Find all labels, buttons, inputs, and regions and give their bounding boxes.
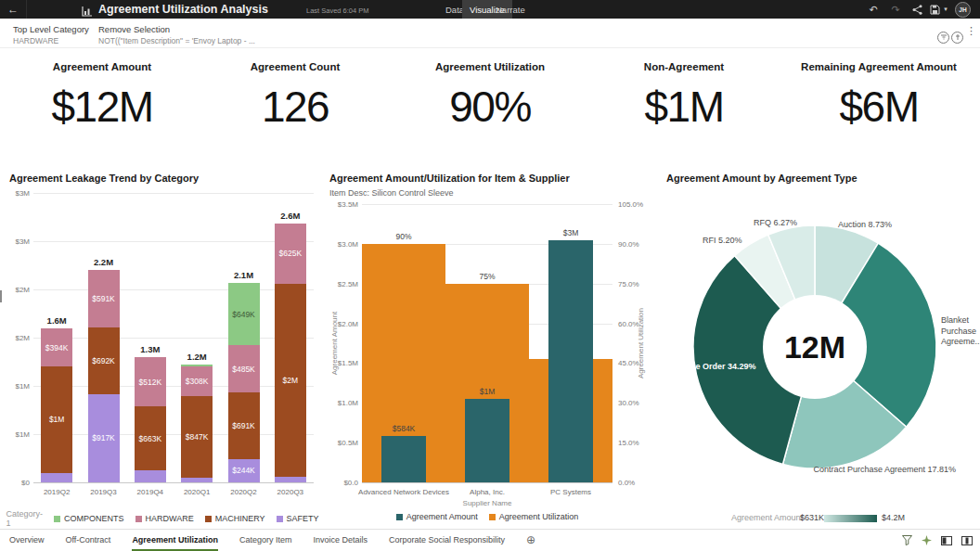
- legend-swatch: [54, 516, 60, 522]
- kpi-label: Agreement Count: [251, 61, 340, 72]
- bar-total-label: 2.6M: [280, 211, 300, 221]
- bar-total-label: 1.6M: [47, 315, 67, 326]
- layout-left-panel-icon[interactable]: [941, 532, 952, 549]
- y-axis-tick: $1M: [6, 430, 30, 439]
- pie-label-line: Purchase: [941, 327, 980, 338]
- chart2-xaxis-title: Supplier Name: [463, 499, 512, 507]
- segment-value-label: $917K: [92, 433, 115, 442]
- filter-canvas-icon[interactable]: [902, 532, 912, 549]
- save-caret-icon[interactable]: ▾: [941, 0, 950, 19]
- amount-bar[interactable]: [465, 399, 509, 482]
- filter-more-options-icon[interactable]: ⋮: [966, 25, 976, 37]
- x-axis-tick: 2020Q2: [230, 488, 256, 496]
- gridline: [33, 434, 314, 435]
- segment-value-label: $2M: [283, 376, 299, 385]
- canvas-tab-off-contract[interactable]: Off-Contract: [66, 530, 111, 551]
- pie-label-line: Blanket: [941, 315, 980, 327]
- filter-value: NOT(("Item Description" = 'Envoy Laptop …: [98, 36, 255, 45]
- canvas-tab-overview[interactable]: Overview: [9, 530, 45, 551]
- scroll-indicator[interactable]: [0, 290, 2, 302]
- donut-legend-max: $4.2M: [882, 513, 905, 522]
- dashboard-canvas: ← Agreement Utilization Analysis Last Sa…: [0, 0, 980, 551]
- y-axis-tick: $1M: [6, 382, 30, 391]
- legend-label: Agreement Utilization: [499, 512, 579, 521]
- donut-legend-label: Agreement Amount: [731, 513, 803, 522]
- legend-label: HARDWARE: [146, 514, 194, 523]
- gridline: [33, 289, 314, 290]
- segment-value-label: $244K: [232, 466, 255, 475]
- segment-value-label: $1M: [49, 415, 65, 424]
- pie-label-line: Agreeme...: [941, 337, 980, 348]
- gridline: [33, 193, 314, 194]
- stacked-bar-segment[interactable]: [135, 470, 166, 482]
- amount-bar[interactable]: [381, 436, 426, 482]
- auto-insights-sparkle-icon[interactable]: [922, 532, 932, 549]
- canvas-tab-corporate-social-responsibility[interactable]: Corporate Social Responsibility: [389, 530, 505, 551]
- bar-total-label: 1.2M: [187, 352, 207, 362]
- filter-pin-icon[interactable]: [951, 27, 963, 44]
- legend-label: COMPONENTS: [64, 514, 124, 523]
- canvas-tab-agreement-utilization[interactable]: Agreement Utilization: [132, 530, 218, 551]
- stacked-bar-segment[interactable]: [181, 365, 213, 366]
- donut-legend-min: $631K: [800, 513, 824, 522]
- left-axis-tick: $3.0M: [325, 240, 358, 249]
- left-axis-tick: $1.0M: [325, 399, 358, 407]
- chart2-right-axis-title: Agreement Utilization: [637, 308, 645, 378]
- chart2-subtitle: Item Desc: Silicon Control Sleeve: [329, 188, 454, 198]
- kpi-label: Non-Agreement: [644, 61, 724, 72]
- legend-swatch: [396, 514, 403, 520]
- x-axis-tick: PC Systems: [550, 488, 591, 496]
- share-icon[interactable]: [909, 0, 925, 19]
- pie-label-rfi: RFI 5.20%: [703, 236, 742, 245]
- pie-label-contract-purchase-agreement: Contract Purchase Agreement 17.81%: [796, 465, 956, 474]
- legend-item-safety: SAFETY: [277, 514, 319, 523]
- workbook-title: Agreement Utilization Analysis: [98, 3, 268, 16]
- y-axis-tick: $2M: [6, 334, 30, 342]
- segment-value-label: $847K: [186, 432, 209, 442]
- chart3-title: Agreement Amount by Agreement Type: [666, 173, 858, 184]
- segment-value-label: $692K: [92, 356, 115, 365]
- top-tab-narrate[interactable]: Narrate: [488, 0, 533, 19]
- stacked-bar-segment[interactable]: [181, 478, 213, 482]
- kpi-value: $6M: [840, 82, 919, 132]
- right-axis-tick: 105.0%: [618, 200, 643, 209]
- legend-item-hardware: HARDWARE: [135, 514, 194, 523]
- chart2-legend: Agreement AmountAgreement Utilization: [362, 512, 612, 521]
- amount-bar[interactable]: [548, 240, 593, 482]
- legend-item: Agreement Utilization: [489, 512, 579, 521]
- undo-icon[interactable]: ↶: [865, 0, 882, 19]
- donut-center-value: 12M: [784, 329, 845, 365]
- gridline: [33, 386, 314, 387]
- canvas-tab-category-item[interactable]: Category Item: [239, 530, 292, 551]
- stacked-bar-segment[interactable]: [41, 473, 72, 482]
- left-axis-tick: $0.0: [325, 479, 358, 487]
- kpi-label: Agreement Utilization: [435, 61, 545, 72]
- segment-value-label: $512K: [139, 378, 162, 387]
- legend-title: Category-1: [6, 509, 43, 528]
- filter-label: Top Level Category: [13, 24, 89, 34]
- filter-pill[interactable]: Remove SelectionNOT(("Item Description" …: [98, 24, 255, 45]
- legend-label: SAFETY: [287, 514, 319, 523]
- stacked-bar-segment[interactable]: [275, 477, 306, 482]
- redo-icon[interactable]: ↷: [887, 0, 904, 19]
- save-icon[interactable]: [928, 0, 941, 19]
- add-canvas-icon[interactable]: ⊕: [526, 530, 535, 551]
- avatar[interactable]: JH: [955, 2, 971, 18]
- pie-label-blanket-purchase-agreement: BlanketPurchaseAgreeme...: [941, 315, 980, 348]
- canvas-tab-invoice-details[interactable]: Invoice Details: [313, 530, 368, 551]
- chart2-title: Agreement Amount/Utilization for Item & …: [329, 173, 570, 184]
- left-axis-tick: $0.5M: [325, 439, 358, 447]
- x-axis-tick: 2019Q3: [90, 488, 116, 496]
- bar-total-label: 1.3M: [140, 344, 160, 354]
- right-axis-tick: 75.0%: [618, 280, 639, 288]
- filter-limit-icon[interactable]: [937, 27, 949, 44]
- right-axis-tick: 30.0%: [618, 399, 639, 407]
- segment-value-label: $691K: [232, 421, 255, 430]
- kpi-value: $1M: [645, 82, 724, 132]
- gridline: [33, 241, 314, 242]
- legend-swatch: [489, 514, 496, 520]
- back-button[interactable]: ←: [0, 0, 27, 19]
- filter-pill[interactable]: Top Level CategoryHARDWARE: [13, 24, 89, 45]
- top-bar: ← Agreement Utilization Analysis Last Sa…: [0, 0, 980, 19]
- layout-center-panel-icon[interactable]: [961, 532, 973, 549]
